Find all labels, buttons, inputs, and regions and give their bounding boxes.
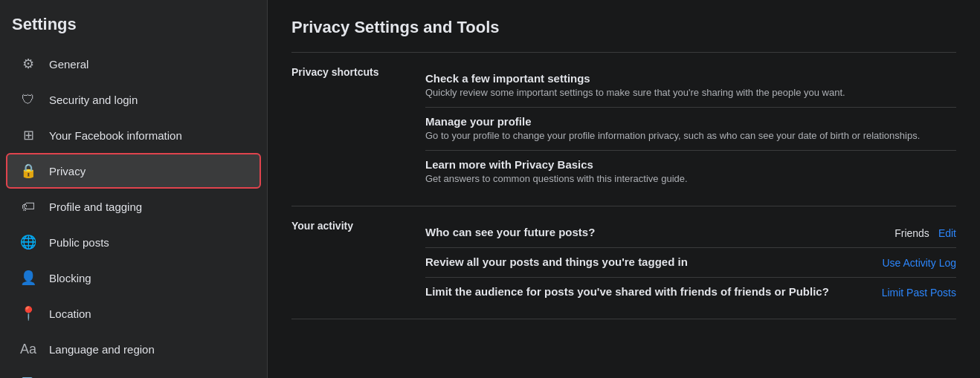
item-title-review-posts: Review all your posts and things you're … xyxy=(425,255,870,268)
item-future-posts: Who can see your future posts?FriendsEdi… xyxy=(425,218,956,248)
item-link-future-posts[interactable]: Edit xyxy=(938,227,956,239)
profile-tagging-icon: 🏷 xyxy=(18,196,39,217)
item-action-limit-audience: Limit Past Posts xyxy=(882,285,956,299)
item-limit-audience: Limit the audience for posts you've shar… xyxy=(425,278,956,307)
page-title: Privacy Settings and Tools xyxy=(291,18,956,37)
item-title-check-settings: Check a few important settings xyxy=(425,72,956,85)
settings-title: Settings xyxy=(0,15,267,46)
sidebar-label-location: Location xyxy=(49,307,91,320)
sidebar-item-language[interactable]: AaLanguage and region xyxy=(6,331,261,367)
item-value-future-posts: Friends xyxy=(894,227,929,239)
item-title-privacy-basics: Learn more with Privacy Basics xyxy=(425,158,956,171)
item-link-review-posts[interactable]: Use Activity Log xyxy=(882,257,956,269)
stories-icon: 📄 xyxy=(18,374,39,378)
item-text-manage-profile: Manage your profileGo to your profile to… xyxy=(425,115,956,143)
section-content-your-activity: Who can see your future posts?FriendsEdi… xyxy=(425,218,956,307)
item-action-review-posts: Use Activity Log xyxy=(882,255,956,269)
section-label-your-activity: Your activity xyxy=(291,218,425,307)
item-privacy-basics: Learn more with Privacy BasicsGet answer… xyxy=(425,151,956,193)
sidebar-item-security[interactable]: 🛡Security and login xyxy=(6,82,261,117)
sidebar-item-privacy[interactable]: 🔒Privacy xyxy=(6,153,261,189)
item-text-privacy-basics: Learn more with Privacy BasicsGet answer… xyxy=(425,158,956,186)
sidebar-label-security: Security and login xyxy=(49,94,138,106)
item-desc-privacy-basics: Get answers to common questions with thi… xyxy=(425,172,956,186)
sidebar: Settings ⚙General🛡Security and login⊞You… xyxy=(0,0,268,378)
section-content-privacy-shortcuts: Check a few important settingsQuickly re… xyxy=(425,65,956,194)
privacy-icon: 🔒 xyxy=(18,160,39,181)
item-desc-check-settings: Quickly review some important settings t… xyxy=(425,86,956,100)
item-text-limit-audience: Limit the audience for posts you've shar… xyxy=(425,285,870,299)
sidebar-item-facebook-info[interactable]: ⊞Your Facebook information xyxy=(6,117,261,153)
sidebar-label-profile-tagging: Profile and tagging xyxy=(49,201,142,213)
item-review-posts: Review all your posts and things you're … xyxy=(425,248,956,278)
location-icon: 📍 xyxy=(18,303,39,324)
general-icon: ⚙ xyxy=(18,53,39,74)
blocking-icon: 👤 xyxy=(18,267,39,288)
sidebar-label-language: Language and region xyxy=(49,343,155,356)
sidebar-item-general[interactable]: ⚙General xyxy=(6,46,261,82)
item-action-future-posts: FriendsEdit xyxy=(894,226,956,239)
sidebar-label-facebook-info: Your Facebook information xyxy=(49,129,182,142)
language-icon: Aa xyxy=(18,339,39,359)
public-posts-icon: 🌐 xyxy=(18,232,39,252)
sidebar-item-location[interactable]: 📍Location xyxy=(6,296,261,331)
item-text-future-posts: Who can see your future posts? xyxy=(425,226,883,240)
sidebar-item-stories[interactable]: 📄Stories xyxy=(6,367,261,378)
sidebar-label-public-posts: Public posts xyxy=(49,236,109,249)
item-title-future-posts: Who can see your future posts? xyxy=(425,226,883,238)
item-link-limit-audience[interactable]: Limit Past Posts xyxy=(882,287,956,299)
item-desc-manage-profile: Go to your profile to change your profil… xyxy=(425,129,956,143)
sidebar-item-blocking[interactable]: 👤Blocking xyxy=(6,260,261,296)
item-check-settings: Check a few important settingsQuickly re… xyxy=(425,65,956,108)
section-privacy-shortcuts: Privacy shortcutsCheck a few important s… xyxy=(291,53,956,206)
facebook-info-icon: ⊞ xyxy=(18,125,39,146)
item-text-review-posts: Review all your posts and things you're … xyxy=(425,255,870,270)
sidebar-item-profile-tagging[interactable]: 🏷Profile and tagging xyxy=(6,189,261,224)
security-icon: 🛡 xyxy=(18,89,39,110)
section-your-activity: Your activityWho can see your future pos… xyxy=(291,206,956,319)
section-label-privacy-shortcuts: Privacy shortcuts xyxy=(291,65,425,194)
main-content: Privacy Settings and Tools Privacy short… xyxy=(268,0,980,378)
sidebar-label-privacy: Privacy xyxy=(49,165,86,177)
sidebar-label-general: General xyxy=(49,58,88,71)
item-title-manage-profile: Manage your profile xyxy=(425,115,956,128)
item-manage-profile: Manage your profileGo to your profile to… xyxy=(425,108,956,151)
sidebar-item-public-posts[interactable]: 🌐Public posts xyxy=(6,224,261,260)
item-title-limit-audience: Limit the audience for posts you've shar… xyxy=(425,285,870,298)
item-text-check-settings: Check a few important settingsQuickly re… xyxy=(425,72,956,100)
sidebar-label-blocking: Blocking xyxy=(49,272,91,284)
